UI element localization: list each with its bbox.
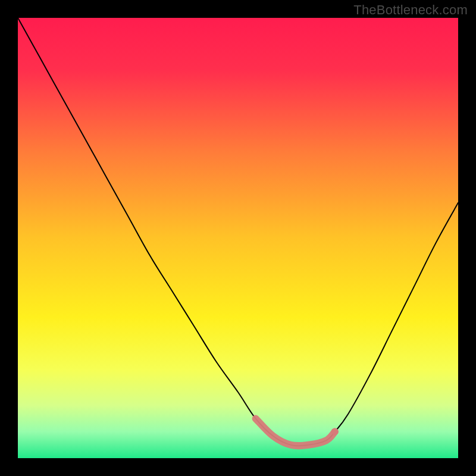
chart-frame: TheBottleneck.com xyxy=(0,0,476,476)
highlight-marker xyxy=(331,428,339,436)
watermark-text: TheBottleneck.com xyxy=(353,2,468,18)
plot-area xyxy=(18,18,458,458)
bottleneck-chart xyxy=(18,18,458,458)
